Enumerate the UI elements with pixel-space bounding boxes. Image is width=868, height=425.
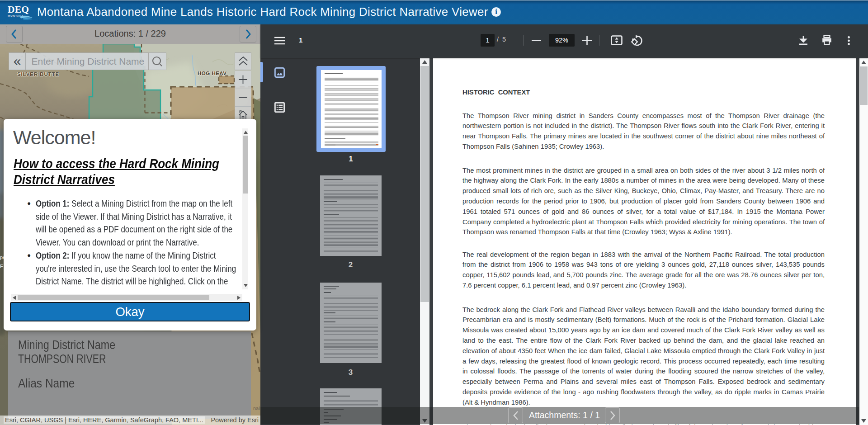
svg-text:SILVER BUTTE: SILVER BUTTE bbox=[17, 71, 59, 77]
svg-text:HOG HEAV: HOG HEAV bbox=[198, 71, 227, 76]
svg-text:F: F bbox=[0, 264, 3, 269]
svg-text:nal: nal bbox=[253, 406, 260, 411]
